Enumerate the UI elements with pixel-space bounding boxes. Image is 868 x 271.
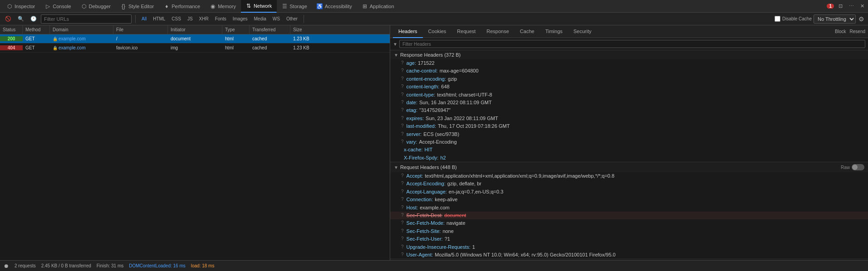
headers-content: ▼ Response Headers (372 B) ? age: 171522… [390,50,868,260]
filter-other[interactable]: Other [284,15,300,22]
resend-button[interactable]: Resend [850,29,865,34]
raw-toggle[interactable] [852,164,864,170]
headers-filter-input[interactable] [399,40,865,48]
response-headers-title[interactable]: ▼ Response Headers (372 B) [390,50,868,59]
help-icon[interactable]: ? [401,189,404,195]
filter-media[interactable]: Media [252,15,269,22]
disable-cache-label[interactable]: Disable Cache [775,16,812,22]
tab-security[interactable]: Security [568,25,597,38]
col-domain[interactable]: Domain [50,25,113,34]
filter-js[interactable]: JS [185,15,195,22]
dom-loaded-time: DOMContentLoaded: 16 ms [129,263,186,268]
tab-cache[interactable]: Cache [515,25,540,38]
filter-html[interactable]: HTML [151,15,167,22]
help-icon[interactable]: ? [401,139,404,145]
filter-input[interactable] [41,15,132,24]
cell-domain: 🔒 example.com [50,36,113,41]
help-icon[interactable]: ? [401,68,404,74]
table-row[interactable]: 200 GET 🔒 example.com / document html [0,34,390,44]
help-icon[interactable]: ? [401,131,404,137]
filter-xhr[interactable]: XHR [197,15,211,22]
tab-request[interactable]: Request [451,25,481,38]
block-button[interactable]: Block [835,29,846,34]
help-icon[interactable]: ? [401,60,404,66]
toggle-knob [852,165,858,170]
help-icon[interactable]: ? [401,220,404,226]
help-icon[interactable]: ? [401,196,404,203]
help-icon[interactable]: ? [401,180,404,187]
help-icon[interactable]: ? [401,107,404,113]
style-editor-icon: {} [120,3,127,10]
tab-memory[interactable]: ◉ Memory [205,0,241,13]
responsive-button[interactable]: ⊡ [837,2,844,10]
clock-icon: 🕐 [30,16,37,22]
separator [135,15,136,23]
tab-accessibility[interactable]: ♿ Accessibility [312,0,357,13]
error-badge[interactable]: 1 [827,4,834,9]
cell-method: GET [23,36,50,41]
disable-cache-checkbox[interactable] [775,16,780,22]
close-devtools-button[interactable]: ✕ [858,2,866,10]
tab-inspector[interactable]: ⬡ Inspector [2,0,40,13]
help-icon[interactable]: ? [401,244,404,250]
help-icon[interactable]: ? [401,212,404,218]
help-icon[interactable]: ? [401,123,404,129]
response-headers-section: ▼ Response Headers (372 B) ? age: 171522… [390,50,868,162]
accessibility-icon: ♿ [317,3,323,10]
tab-style-editor[interactable]: {} Style Editor [116,0,159,13]
clock-button[interactable]: 🕐 [28,15,39,23]
search-button[interactable]: 🔍 [15,15,26,23]
col-initiator[interactable]: Initiator [168,25,222,34]
header-row: ? content-type: text/html; charset=UTF-8 [390,91,868,99]
header-row: ? content-length: 648 [390,83,868,91]
col-type[interactable]: Type [222,25,250,34]
table-row[interactable]: 404 GET 🔒 example.com favicon.ico img ht… [0,44,390,53]
help-icon[interactable]: ? [401,173,404,179]
col-transferred[interactable]: Transferred [250,25,290,34]
more-tools-button[interactable]: ⋯ [847,2,856,10]
col-method[interactable]: Method [23,25,50,34]
tab-application[interactable]: ⊞ Application [357,0,399,13]
col-status[interactable]: Status [0,25,23,34]
help-icon[interactable]: ? [401,83,404,90]
settings-button[interactable]: ⚙ [858,15,865,24]
search-icon: 🔍 [18,16,24,22]
col-size[interactable]: Size [290,25,322,34]
tab-timings[interactable]: Timings [540,25,568,38]
filter-css[interactable]: CSS [169,15,183,22]
help-icon[interactable]: ? [401,76,404,82]
col-file[interactable]: File [113,25,168,34]
help-icon[interactable]: ? [401,115,404,121]
header-row: ? expires: Sun, 23 Jan 2022 08:11:09 GMT [390,115,868,122]
tab-performance[interactable]: ♦ Performance [159,0,205,13]
memory-icon: ◉ [210,3,216,10]
cell-type: html [222,36,250,41]
help-icon[interactable]: ? [401,228,404,234]
help-icon[interactable]: ? [401,236,404,242]
help-icon[interactable]: ? [401,99,404,106]
tab-network[interactable]: ⇅ Network [241,0,277,13]
request-headers-title[interactable]: ▼ Request Headers (448 B) Raw [390,162,868,172]
tab-console[interactable]: ▷ Console [40,0,76,13]
filter-ws[interactable]: WS [270,15,282,22]
help-icon[interactable]: ? [401,204,404,211]
help-icon[interactable]: ? [401,92,404,98]
header-row: ? age: 171522 [390,59,868,67]
cell-file: / [113,36,168,41]
tab-response[interactable]: Response [481,25,515,38]
throttle-select[interactable]: No Throttling [814,15,856,24]
filter-fonts[interactable]: Fonts [213,15,229,22]
help-icon[interactable]: ? [401,252,404,258]
header-row: ? Sec-Fetch-Site: none [390,227,868,235]
filter-images[interactable]: Images [230,15,250,22]
cell-file: favicon.ico [113,45,168,50]
tab-headers[interactable]: Headers [393,25,423,38]
tab-storage[interactable]: ☰ Storage [277,0,312,13]
lock-icon: 🔒 [53,46,58,50]
tab-cookies[interactable]: Cookies [423,25,452,38]
clear-button[interactable]: 🚫 [3,15,14,23]
header-row: ? Accept: text/html,application/xhtml+xm… [390,172,868,180]
filter-all[interactable]: All [139,15,149,22]
cell-status-200: 200 [0,36,23,41]
tab-debugger[interactable]: ⬡ Debugger [76,0,116,13]
